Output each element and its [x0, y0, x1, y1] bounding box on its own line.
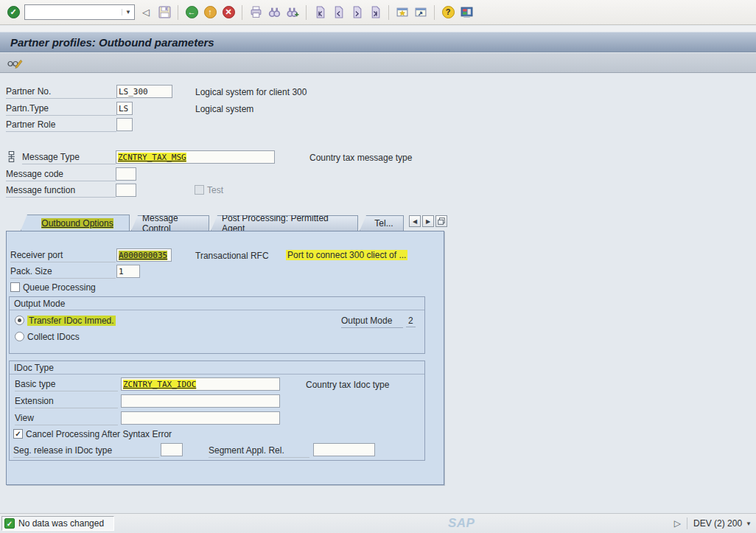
toolbar-separator [434, 5, 435, 20]
pack-size-field[interactable]: 1 [116, 265, 140, 278]
exit-button[interactable]: ↑ [203, 5, 217, 20]
view-field[interactable] [121, 411, 280, 425]
status-expand-button[interactable]: ▷ [674, 518, 681, 529]
tab-outbound-options[interactable]: Outbound Options [21, 215, 130, 231]
message-code-field[interactable] [116, 167, 136, 181]
command-field[interactable]: ▼ [24, 4, 135, 20]
find-button[interactable] [267, 5, 281, 20]
partner-no-label: Partner No. [6, 86, 116, 99]
first-page-button[interactable] [312, 5, 327, 20]
help-button[interactable]: ? [441, 5, 455, 20]
previous-page-icon [332, 6, 345, 18]
receiver-port-description: Port to connect 300 cliect of ... [286, 250, 407, 260]
collapse-icon: ◁ [142, 7, 150, 18]
last-page-button[interactable] [368, 5, 382, 20]
extension-field[interactable] [121, 394, 280, 408]
extension-label: Extension [15, 396, 118, 408]
tab-overview-button[interactable] [435, 215, 447, 227]
status-divider [687, 518, 687, 529]
receiver-port-label: Receiver port [10, 250, 116, 262]
partn-type-field[interactable]: LS [116, 102, 133, 115]
message-type-label: Message Type [22, 152, 116, 164]
tab-scroll-left-button[interactable]: ◀ [409, 215, 421, 227]
tab-scroll-right-button[interactable]: ▶ [422, 215, 434, 227]
cancel-processing-checkbox[interactable]: ✓ [13, 429, 23, 439]
customize-layout-button[interactable] [459, 5, 474, 20]
transactional-rfc-text: Transactional RFC [195, 251, 269, 261]
segment-appl-label: Segment Appl. Rel. [209, 445, 309, 458]
first-page-icon [314, 6, 326, 18]
cancel-processing-label: Cancel Processing After Syntax Error [26, 429, 172, 439]
collect-idocs-label: Collect IDocs [27, 332, 80, 342]
tab-scroll-right-icon: ▶ [426, 218, 430, 225]
message-function-field[interactable] [116, 184, 136, 197]
back-button[interactable]: ← [184, 5, 199, 20]
last-page-icon [369, 6, 382, 18]
output-mode-value: 2 [406, 316, 416, 327]
next-page-icon [351, 6, 363, 18]
transfer-idoc-radio[interactable] [15, 316, 24, 325]
queue-processing-label: Queue Processing [23, 282, 96, 293]
previous-page-button[interactable] [331, 5, 346, 20]
status-system-area: ▷ DEV (2) 200 ▼ [674, 516, 752, 531]
command-dropdown-icon[interactable]: ▼ [122, 9, 134, 15]
print-icon [250, 6, 262, 18]
hierarchy-icon [6, 151, 17, 162]
sap-logo: SAP [448, 516, 475, 531]
find-icon [268, 6, 281, 18]
display-change-icon [7, 57, 23, 69]
collect-idocs-radio[interactable] [15, 332, 24, 341]
status-message-text: No data was changed [18, 518, 104, 529]
enter-icon: ✓ [7, 6, 20, 18]
partner-role-field[interactable] [116, 118, 133, 131]
sap-gui-window: ✓ ▼ ◁ ← ↑ ✕ [0, 0, 756, 533]
tab-message-control[interactable]: Message Control [131, 215, 209, 231]
queue-processing-checkbox[interactable] [10, 282, 20, 292]
back-icon: ← [186, 6, 198, 18]
help-icon: ? [442, 6, 455, 18]
save-icon [158, 6, 171, 18]
next-page-button[interactable] [349, 5, 364, 20]
test-checkbox[interactable] [195, 185, 204, 195]
basic-type-field[interactable]: ZCNTRY_TAX_IDOC [121, 377, 280, 391]
partn-type-label: Partn.Type [6, 103, 116, 116]
system-info-dropdown[interactable]: DEV (2) 200 ▼ [693, 518, 752, 529]
tab-outbound-options-label: Outbound Options [41, 218, 113, 229]
customize-layout-icon [461, 6, 473, 18]
enter-button[interactable]: ✓ [6, 5, 21, 20]
tab-post-processing[interactable]: Post Processing: Permitted Agent [211, 215, 358, 231]
new-session-button[interactable] [395, 5, 410, 20]
receiver-port-value: A000000035 [119, 251, 167, 260]
message-type-field[interactable]: ZCNTRY_TAX_MSG [116, 150, 275, 164]
status-message-box: ✓ No data was changed [1, 516, 114, 531]
checkbox-check-icon: ✓ [15, 430, 21, 438]
idoc-type-group-title: IDoc Type [10, 361, 424, 375]
display-change-button[interactable] [7, 55, 22, 70]
message-type-value: ZCNTRY_TAX_MSG [118, 153, 186, 162]
pack-size-label: Pack. Size [10, 266, 116, 279]
save-button[interactable] [157, 5, 172, 20]
exit-icon: ↑ [204, 6, 217, 18]
basic-type-value: ZCNTRY_TAX_IDOC [123, 380, 196, 389]
segment-appl-field[interactable] [313, 443, 375, 456]
system-info-text: DEV (2) 200 [693, 518, 742, 529]
system-info-dropdown-icon: ▼ [746, 520, 752, 527]
new-session-icon [396, 6, 409, 18]
tab-telephony[interactable]: Tel... [360, 215, 404, 231]
partner-no-field[interactable]: LS_300 [116, 85, 172, 98]
test-checkbox-label: Test [207, 185, 223, 195]
command-field-toggle[interactable]: ◁ [139, 5, 153, 20]
find-next-button[interactable] [285, 5, 300, 20]
create-shortcut-button[interactable] [413, 5, 428, 20]
toolbar-separator [178, 5, 178, 20]
tab-overview-icon [437, 217, 446, 226]
message-type-description: Country tax message type [309, 153, 412, 163]
seg-release-field[interactable] [161, 443, 183, 456]
transfer-idoc-label: Transfer IDoc Immed. [27, 316, 116, 326]
cancel-icon: ✕ [223, 6, 235, 18]
print-button[interactable] [248, 5, 263, 20]
tab-scroll-left-icon: ◀ [413, 218, 417, 225]
receiver-port-field[interactable]: A000000035 [116, 248, 172, 262]
output-mode-group-title: Output Mode [10, 297, 424, 310]
cancel-button[interactable]: ✕ [221, 5, 236, 20]
